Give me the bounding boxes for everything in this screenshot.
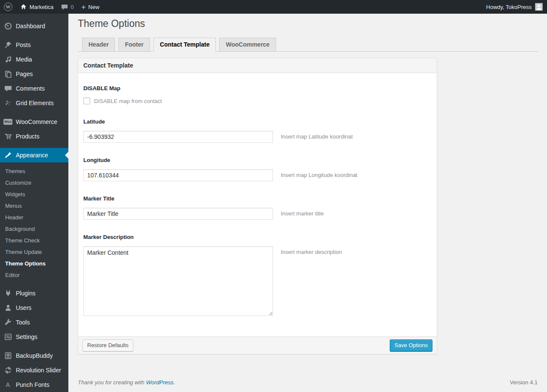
tab-bar: HeaderFooterContact TemplateWooCommerce — [78, 38, 538, 52]
woocommerce-icon: Woo — [4, 118, 12, 126]
comments-admin-bar-link[interactable]: 0 — [57, 0, 77, 14]
comments-icon — [4, 85, 12, 92]
submenu-item-background[interactable]: Background — [0, 223, 68, 235]
footer-thanks-text: Thank you for creating with WordPress. — [78, 379, 175, 386]
sidebar-item-comments[interactable]: Comments — [0, 81, 68, 96]
grid-elements-icon — [4, 99, 12, 107]
field-label: Marker Description — [83, 234, 432, 240]
submenu-item-editor[interactable]: Editor — [0, 269, 68, 281]
account-menu[interactable]: Howdy, TokoPress — [483, 0, 535, 14]
howdy-label: Howdy, TokoPress — [486, 4, 532, 10]
field-disable-map: DISABLE Map DISABLE map from contact — [83, 85, 432, 104]
site-name-link[interactable]: Marketica — [16, 0, 57, 14]
tab-header[interactable]: Header — [82, 38, 115, 52]
save-options-button[interactable]: Save Options — [390, 339, 432, 351]
submenu-item-widgets[interactable]: Widgets — [0, 189, 68, 200]
comment-count: 0 — [71, 4, 74, 10]
wordpress-link[interactable]: WordPress — [146, 379, 174, 386]
marker-title-hint: Insert marker title — [281, 208, 323, 217]
new-label: New — [88, 4, 100, 10]
sidebar-item-label: WooCommerce — [16, 118, 57, 126]
panel-body: DISABLE Map DISABLE map from contact Lat… — [78, 73, 437, 336]
longitude-input[interactable] — [83, 169, 273, 181]
sidebar-item-label: Dashboard — [16, 22, 45, 30]
field-label: Latitude — [83, 118, 432, 125]
backup-drive-icon — [4, 352, 12, 360]
panel-footer: Restore Defaults Save Options — [78, 336, 437, 354]
submenu-item-themes[interactable]: Themes — [0, 165, 68, 177]
tab-woocommerce[interactable]: WooCommerce — [219, 38, 276, 52]
field-label: Marker Title — [83, 195, 432, 202]
disable-map-checkbox[interactable] — [83, 97, 90, 104]
submenu-item-customize[interactable]: Customize — [0, 177, 68, 189]
sidebar-item-label: Plugins — [16, 289, 35, 297]
sidebar-item-plugins[interactable]: Plugins — [0, 286, 68, 301]
field-marker-title: Marker Title Insert marker title — [83, 195, 432, 220]
field-label: Longitude — [83, 157, 432, 163]
admin-bar-left: W Marketica 0 + New — [0, 0, 103, 14]
latitude-input[interactable] — [83, 131, 273, 143]
sidebar-item-label: Grid Elements — [16, 99, 54, 107]
avatar[interactable] — [535, 3, 543, 11]
sidebar-item-users[interactable]: Users — [0, 301, 68, 315]
sidebar-item-pages[interactable]: Pages — [0, 67, 68, 81]
main-content: Theme Options HeaderFooterContact Templa… — [68, 14, 547, 392]
field-label: DISABLE Map — [83, 85, 432, 91]
contact-template-panel: Contact Template DISABLE Map DISABLE map… — [78, 58, 437, 354]
sidebar-item-media[interactable]: Media — [0, 52, 68, 67]
sidebar-item-posts[interactable]: Posts — [0, 38, 68, 52]
sidebar-item-grid-elements[interactable]: Grid Elements — [0, 96, 68, 110]
sidebar-item-backupbuddy[interactable]: BackupBuddy — [0, 348, 68, 363]
admin-bar: W Marketica 0 + New Howdy, TokoPress — [0, 0, 547, 14]
pin-icon — [4, 41, 12, 49]
sidebar-item-dashboard[interactable]: Dashboard — [0, 19, 68, 33]
sidebar-item-revolution-slider[interactable]: Revolution Slider — [0, 363, 68, 377]
sidebar-item-tools[interactable]: Tools — [0, 315, 68, 330]
sidebar-item-label: Products — [16, 133, 39, 140]
marker-title-input[interactable] — [83, 208, 273, 220]
user-icon — [4, 304, 12, 312]
marker-description-hint: Insert marker description — [281, 246, 342, 256]
sidebar-item-punch-fonts[interactable]: A Punch Fonts — [0, 377, 68, 392]
plus-icon: + — [82, 3, 86, 11]
menu-separator — [0, 344, 68, 348]
tab-contact-template[interactable]: Contact Template — [153, 38, 216, 52]
longitude-hint: Insert map Longitude koordinat — [281, 169, 357, 179]
home-icon — [20, 3, 27, 10]
submenu-item-theme-options[interactable]: Theme Options — [0, 258, 68, 269]
sidebar-item-label: Users — [16, 304, 32, 312]
field-marker-description: Marker Description Marker Content Insert… — [83, 234, 432, 316]
new-content-menu[interactable]: + New — [78, 0, 103, 14]
plug-icon — [4, 289, 12, 297]
wrench-icon — [4, 318, 12, 326]
submenu-item-header[interactable]: Header — [0, 212, 68, 223]
sidebar-item-label: Tools — [16, 318, 30, 326]
admin-bar-right: Howdy, TokoPress — [483, 0, 547, 14]
submenu-item-theme-update[interactable]: Theme Update — [0, 246, 68, 258]
pages-icon — [4, 70, 12, 78]
sidebar-item-label: Media — [16, 56, 32, 63]
disable-map-checkbox-label[interactable]: DISABLE map from contact — [94, 98, 162, 104]
sidebar-item-label: Comments — [16, 85, 45, 92]
submenu-item-theme-check[interactable]: Theme Check — [0, 235, 68, 246]
latitude-hint: Insert map Latitude koordinat — [281, 131, 353, 140]
appearance-submenu: Themes Customize Widgets Menus Header Ba… — [0, 162, 68, 286]
marker-description-textarea[interactable]: Marker Content — [83, 246, 273, 316]
media-icon — [4, 56, 12, 63]
admin-sidebar: Dashboard Posts Media — [0, 14, 68, 392]
sidebar-item-woocommerce[interactable]: Woo WooCommerce — [0, 115, 68, 129]
field-latitude: Latitude Insert map Latitude koordinat — [83, 118, 432, 143]
site-name-label: Marketica — [29, 4, 53, 10]
submenu-item-menus[interactable]: Menus — [0, 200, 68, 212]
letter-a-icon: A — [4, 381, 12, 389]
wordpress-logo-menu[interactable]: W — [0, 0, 16, 14]
sidebar-item-appearance[interactable]: Appearance — [0, 148, 68, 162]
menu-separator — [0, 144, 68, 148]
menu-separator — [0, 33, 68, 38]
sidebar-item-label: Punch Fonts — [16, 381, 50, 389]
sidebar-item-label: Settings — [16, 333, 38, 341]
restore-defaults-button[interactable]: Restore Defaults — [82, 339, 133, 351]
tab-footer[interactable]: Footer — [118, 38, 150, 52]
sidebar-item-products[interactable]: Products — [0, 129, 68, 144]
sidebar-item-settings[interactable]: Settings — [0, 330, 68, 344]
